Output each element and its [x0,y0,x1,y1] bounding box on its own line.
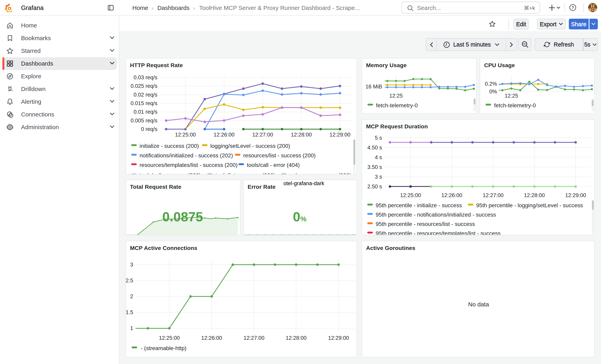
svg-text:0.0875: 0.0875 [162,209,203,224]
svg-text:12:27:00: 12:27:00 [252,132,273,138]
svg-text:0%: 0% [293,209,306,224]
svg-text:12:29:00: 12:29:00 [328,335,349,341]
svg-text:notifications/initialized - su: notifications/initialized - success (202… [140,152,233,158]
svg-text:4.50 s: 4.50 s [367,145,382,151]
svg-text:12:25: 12:25 [505,93,518,99]
svg-text:95th percentile - notification: 95th percentile - notifications/initiali… [376,212,496,218]
svg-text:initialize - success (200): initialize - success (200) [140,143,199,149]
svg-text:0.02 req/s: 0.02 req/s [134,92,157,98]
svg-text:3: 3 [130,262,133,268]
svg-text:12:28:00: 12:28:00 [524,192,545,198]
svg-text:logging/setLevel - success (20: logging/setLevel - success (200) [210,143,290,149]
svg-text:0.2%: 0.2% [485,81,497,87]
svg-text:12:26:00: 12:26:00 [201,335,222,341]
svg-text:0.025 req/s: 0.025 req/s [130,83,157,89]
svg-text:1.5: 1.5 [126,309,133,315]
svg-text:3 s: 3 s [375,174,382,180]
svg-text:0.03 req/s: 0.03 req/s [134,75,157,80]
svg-text:0%: 0% [489,89,497,95]
svg-text:12:26:00: 12:26:00 [441,192,462,198]
svg-text:12:25: 12:25 [389,93,403,99]
svg-text:3.50 s: 3.50 s [367,164,382,170]
svg-text:95th percentile - initialize -: 95th percentile - initialize - success [376,202,462,208]
svg-text:12:29:00: 12:29:00 [565,192,586,198]
svg-text:12:27:00: 12:27:00 [243,335,264,341]
svg-text:12:29:00: 12:29:00 [330,132,351,138]
svg-text:tools/call - error (404): tools/call - error (404) [247,162,300,168]
svg-text:5 s: 5 s [375,135,382,141]
svg-text:tools/call - success (200): tools/call - success (200) [140,172,201,174]
svg-text:- (streamable-http): - (streamable-http) [141,345,186,351]
svg-text:95th percentile - logging/setL: 95th percentile - logging/setLevel - suc… [476,202,583,208]
svg-text:0 req/s: 0 req/s [141,126,157,132]
svg-text:12:25:00: 12:25:00 [159,335,180,341]
svg-text:0.005 req/s: 0.005 req/s [130,118,157,124]
svg-text:2: 2 [130,294,133,299]
svg-text:12:28:00: 12:28:00 [291,132,312,138]
svg-text:resources/templates/list - suc: resources/templates/list - success (200) [140,162,238,168]
svg-text:?: ? [571,5,574,10]
svg-text:1: 1 [130,325,133,331]
svg-text:95th percentile - resources/te: 95th percentile - resources/templates/li… [376,230,501,235]
svg-text:12:26:00: 12:26:00 [214,132,234,138]
svg-text:fetch-telemetry-0: fetch-telemetry-0 [494,102,536,108]
svg-text:12:25:00: 12:25:00 [400,192,421,198]
svg-text:12:25:00: 12:25:00 [175,132,196,138]
svg-text:unknown - success (200): unknown - success (200) [289,172,351,174]
svg-text:resources/list - success (200): resources/list - success (200) [243,152,316,158]
svg-text:16 MiB: 16 MiB [365,84,382,90]
svg-text:2.5: 2.5 [126,277,133,284]
svg-text:12:27:00: 12:27:00 [483,192,504,198]
svg-text:tools/list - success (200): tools/list - success (200) [215,172,275,174]
svg-text:2.50 s: 2.50 s [367,184,382,189]
svg-text:95th percentile - resources/li: 95th percentile - resources/list - succe… [376,221,475,227]
svg-text:4 s: 4 s [375,154,382,160]
svg-text:12:28:00: 12:28:00 [286,335,306,341]
svg-text:fetch-telemetry-0: fetch-telemetry-0 [376,102,418,108]
svg-text:0.01 req/s: 0.01 req/s [134,109,157,115]
svg-text:0.015 req/s: 0.015 req/s [130,100,157,106]
